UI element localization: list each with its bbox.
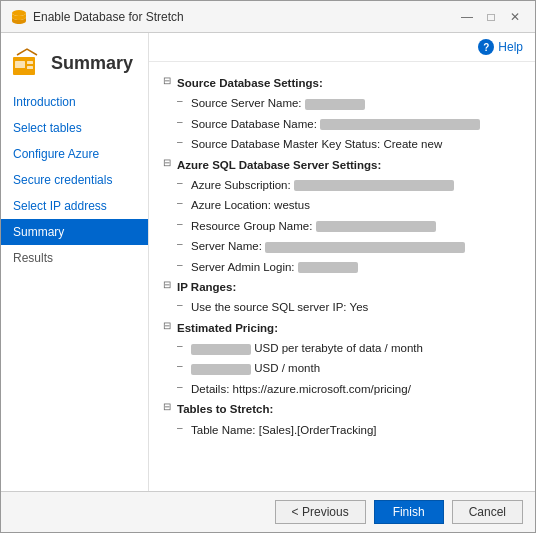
wizard-logo <box>11 47 43 79</box>
help-link[interactable]: ? Help <box>478 39 523 55</box>
svg-rect-3 <box>27 61 33 64</box>
tables-children: – Table Name: [Sales].[OrderTracking] <box>177 421 521 439</box>
title-bar-controls: — □ ✕ <box>457 7 525 27</box>
tree-node-ip: ⊟ IP Ranges: <box>163 278 521 296</box>
tree-section-azure-sql: ⊟ Azure SQL Database Server Settings: – … <box>163 156 521 276</box>
sidebar-item-introduction[interactable]: Introduction <box>1 89 148 115</box>
footer-bar: < Previous Finish Cancel <box>1 491 535 532</box>
price-per-month-row: – USD / month <box>177 359 521 377</box>
sidebar-item-secure-credentials[interactable]: Secure credentials <box>1 167 148 193</box>
resource-group: Resource Group Name: <box>191 217 436 235</box>
tree-node-azure-sql: ⊟ Azure SQL Database Server Settings: <box>163 156 521 174</box>
azure-location-row: – Azure Location: westus <box>177 196 521 214</box>
price-per-tb-row: – USD per terabyte of data / month <box>177 339 521 357</box>
maximize-button[interactable]: □ <box>481 7 501 27</box>
title-bar: Enable Database for Stretch — □ ✕ <box>1 1 535 33</box>
svg-rect-2 <box>15 61 25 68</box>
source-db-children: – Source Server Name: – Source Database … <box>177 94 521 153</box>
help-label: Help <box>498 40 523 54</box>
source-server-name: Source Server Name: <box>191 94 365 112</box>
tree-leaf-dash: – <box>177 95 191 106</box>
sidebar-item-summary[interactable]: Summary <box>1 219 148 245</box>
tree-node-source-db: ⊟ Source Database Settings: <box>163 74 521 92</box>
main-window: Enable Database for Stretch — □ ✕ Summar… <box>0 0 536 533</box>
table-name: Table Name: [Sales].[OrderTracking] <box>191 421 377 439</box>
minimize-button[interactable]: — <box>457 7 477 27</box>
tree-section-tables: ⊟ Tables to Stretch: – Table Name: [Sale… <box>163 400 521 439</box>
title-bar-left: Enable Database for Stretch <box>11 9 184 25</box>
svg-point-0 <box>12 10 26 16</box>
previous-button[interactable]: < Previous <box>275 500 366 524</box>
finish-button[interactable]: Finish <box>374 500 444 524</box>
tables-to-stretch-label: Tables to Stretch: <box>177 400 273 418</box>
db-icon <box>11 9 27 25</box>
sidebar-header: Summary <box>1 41 148 89</box>
use-source-ip-row: – Use the source SQL server IP: Yes <box>177 298 521 316</box>
ip-ranges-label: IP Ranges: <box>177 278 236 296</box>
server-admin-row: – Server Admin Login: <box>177 258 521 276</box>
ip-children: – Use the source SQL server IP: Yes <box>177 298 521 316</box>
tree-section-pricing: ⊟ Estimated Pricing: – USD per terabyte … <box>163 319 521 399</box>
sidebar-item-select-tables[interactable]: Select tables <box>1 115 148 141</box>
summary-tree: ⊟ Source Database Settings: – Source Ser… <box>149 62 535 491</box>
sidebar-item-results: Results <box>1 245 148 271</box>
resource-group-row: – Resource Group Name: <box>177 217 521 235</box>
source-master-key: Source Database Master Key Status: Creat… <box>191 135 442 153</box>
tree-expander: ⊟ <box>163 75 177 86</box>
svg-rect-4 <box>27 66 33 69</box>
sidebar-title: Summary <box>51 53 133 74</box>
price-per-month: USD / month <box>191 359 320 377</box>
azure-subscription: Azure Subscription: <box>191 176 454 194</box>
window-title: Enable Database for Stretch <box>33 10 184 24</box>
source-db-name-row: – Source Database Name: <box>177 115 521 133</box>
tree-section-ip: ⊟ IP Ranges: – Use the source SQL server… <box>163 278 521 317</box>
source-db-name: Source Database Name: <box>191 115 480 133</box>
content-area: Summary Introduction Select tables Confi… <box>1 33 535 491</box>
table-name-row: – Table Name: [Sales].[OrderTracking] <box>177 421 521 439</box>
main-top-bar: ? Help <box>149 33 535 62</box>
close-button[interactable]: ✕ <box>505 7 525 27</box>
sidebar-item-select-ip[interactable]: Select IP address <box>1 193 148 219</box>
tree-node-tables: ⊟ Tables to Stretch: <box>163 400 521 418</box>
sidebar-nav: Introduction Select tables Configure Azu… <box>1 89 148 271</box>
source-db-label: Source Database Settings: <box>177 74 323 92</box>
pricing-details-row: – Details: https://azure.microsoft.com/p… <box>177 380 521 398</box>
use-source-ip: Use the source SQL server IP: Yes <box>191 298 368 316</box>
help-icon: ? <box>478 39 494 55</box>
estimated-pricing-label: Estimated Pricing: <box>177 319 278 337</box>
cancel-button[interactable]: Cancel <box>452 500 523 524</box>
sidebar: Summary Introduction Select tables Confi… <box>1 33 149 491</box>
main-content: ? Help ⊟ Source Database Settings: – Sou… <box>149 33 535 491</box>
server-name-row: – Server Name: <box>177 237 521 255</box>
azure-location: Azure Location: westus <box>191 196 310 214</box>
tree-section-source-db: ⊟ Source Database Settings: – Source Ser… <box>163 74 521 154</box>
sidebar-item-configure-azure[interactable]: Configure Azure <box>1 141 148 167</box>
tree-node-pricing: ⊟ Estimated Pricing: <box>163 319 521 337</box>
source-server-name-row: – Source Server Name: <box>177 94 521 112</box>
azure-sql-children: – Azure Subscription: – Azure Location: … <box>177 176 521 276</box>
pricing-children: – USD per terabyte of data / month – USD… <box>177 339 521 398</box>
azure-subscription-row: – Azure Subscription: <box>177 176 521 194</box>
source-master-key-row: – Source Database Master Key Status: Cre… <box>177 135 521 153</box>
pricing-details: Details: https://azure.microsoft.com/pri… <box>191 380 411 398</box>
price-per-tb: USD per terabyte of data / month <box>191 339 423 357</box>
server-name: Server Name: <box>191 237 465 255</box>
server-admin: Server Admin Login: <box>191 258 358 276</box>
azure-sql-label: Azure SQL Database Server Settings: <box>177 156 381 174</box>
